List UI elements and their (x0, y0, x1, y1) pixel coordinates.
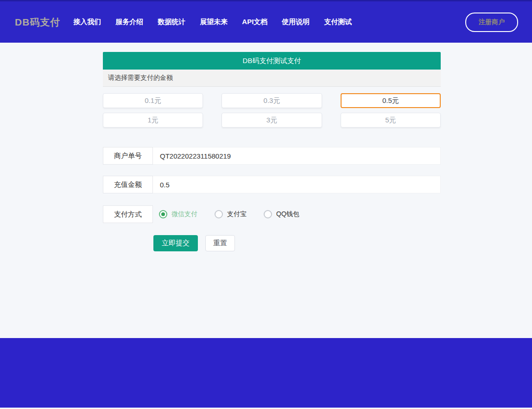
recharge-amount-label: 充值金额 (103, 176, 153, 193)
top-navbar: DB码支付 接入我们 服务介绍 数据统计 展望未来 API文档 使用说明 支付测… (0, 0, 532, 43)
radio-selected-icon (159, 210, 167, 218)
payment-test-panel: DB码支付测试支付 请选择需要支付的金额 0.1元 0.3元 0.5元 1元 3… (103, 43, 441, 251)
amount-button-grid: 0.1元 0.3元 0.5元 1元 3元 5元 (103, 93, 441, 128)
main-content: DB码支付测试支付 请选择需要支付的金额 0.1元 0.3元 0.5元 1元 3… (0, 43, 532, 338)
reset-button[interactable]: 重置 (205, 235, 235, 251)
nav-item-usage[interactable]: 使用说明 (282, 18, 310, 26)
radio-option-wechat[interactable]: 微信支付 (159, 210, 197, 218)
nav-item-join[interactable]: 接入我们 (73, 18, 101, 26)
amount-button-1[interactable]: 1元 (103, 113, 203, 128)
radio-unselected-icon (215, 210, 223, 218)
radio-option-label: QQ钱包 (276, 210, 299, 218)
submit-button[interactable]: 立即提交 (153, 235, 198, 251)
site-logo: DB码支付 (15, 16, 60, 29)
radio-option-alipay[interactable]: 支付宝 (215, 210, 247, 218)
pay-method-label: 支付方式 (103, 205, 153, 223)
amount-button-3[interactable]: 3元 (222, 113, 322, 128)
amount-button-0.1[interactable]: 0.1元 (103, 93, 203, 108)
recharge-amount-row: 充值金额 (103, 176, 441, 193)
amount-button-0.3[interactable]: 0.3元 (222, 93, 322, 108)
radio-option-label: 支付宝 (227, 210, 247, 218)
merchant-order-label: 商户单号 (103, 147, 153, 165)
nav-item-pay-test[interactable]: 支付测试 (324, 18, 352, 26)
nav-item-stats[interactable]: 数据统计 (158, 18, 185, 26)
recharge-amount-input[interactable] (153, 176, 441, 193)
radio-unselected-icon (264, 210, 272, 218)
pay-method-options: 微信支付 支付宝 QQ钱包 (159, 205, 299, 223)
amount-button-0.5[interactable]: 0.5元 (341, 93, 441, 108)
register-merchant-button[interactable]: 注册商户 (465, 13, 518, 32)
radio-option-qq-wallet[interactable]: QQ钱包 (264, 210, 299, 218)
form-actions: 立即提交 重置 (153, 235, 441, 251)
page-footer (0, 338, 532, 408)
main-nav: 接入我们 服务介绍 数据统计 展望未来 API文档 使用说明 支付测试 (73, 18, 352, 26)
amount-button-5[interactable]: 5元 (341, 113, 441, 128)
pay-method-row: 支付方式 微信支付 支付宝 QQ钱包 (103, 205, 441, 223)
nav-item-future[interactable]: 展望未来 (200, 18, 228, 26)
merchant-order-row: 商户单号 (103, 147, 441, 165)
merchant-order-input[interactable] (153, 147, 441, 165)
amount-select-hint: 请选择需要支付的金额 (103, 70, 441, 87)
panel-title: DB码支付测试支付 (103, 52, 441, 70)
nav-item-api-docs[interactable]: API文档 (242, 18, 267, 26)
radio-option-label: 微信支付 (171, 210, 197, 218)
nav-item-services[interactable]: 服务介绍 (115, 18, 143, 26)
